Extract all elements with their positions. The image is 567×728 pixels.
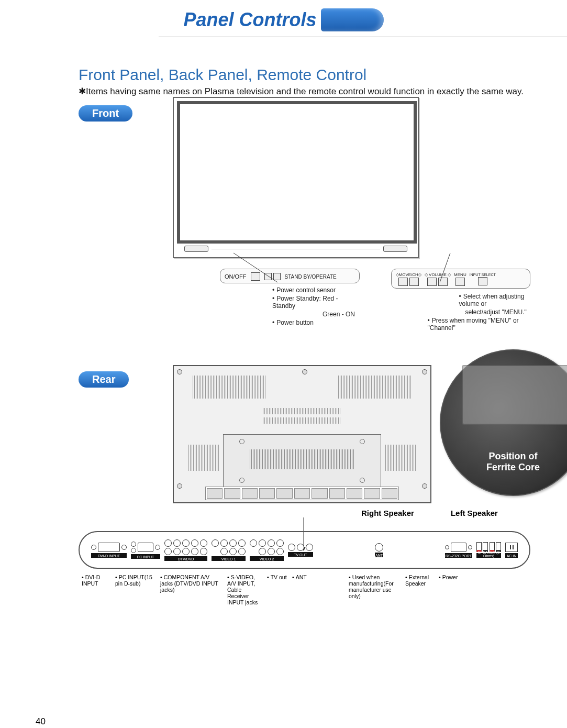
section-title: Front Panel, Back Panel, Remote Control [79, 66, 530, 84]
ribbon-underline [159, 37, 567, 37]
video2-port: VIDEO 2 [250, 539, 284, 561]
tv-front-diagram [173, 97, 419, 258]
ribbon-decor [321, 8, 384, 31]
input-select-btn [478, 277, 487, 285]
rs232-port: RS-232C PORT [445, 543, 472, 558]
on-off-label: ON/OFF [225, 273, 247, 280]
rear-pill: Rear [79, 371, 129, 388]
ant-port: ANT [375, 543, 383, 557]
sensor-icon [273, 273, 281, 280]
video1-port: VIDEO 1 [212, 539, 246, 561]
note: ✱Items having same names on Plasma telev… [79, 86, 530, 97]
page-title: Panel Controls [183, 9, 316, 31]
standby-label: STAND BY/OPERATE [285, 274, 337, 280]
callout-volume-1: Select when adjusting volume or [459, 293, 531, 307]
callout-menu: Press when moving "MENU" or "Channel" [428, 317, 531, 332]
cc-component: COMPONENT A/V jacks (DTV/DVD INPUT jacks… [160, 574, 223, 593]
left-speaker-label: Left Speaker [451, 509, 498, 517]
right-speaker-label: Right Speaker [361, 509, 414, 517]
cc-tvout: TV out [267, 574, 288, 580]
menu-label: MENU [454, 272, 466, 277]
page-number: 40 [36, 716, 46, 727]
cc-power: Power [439, 574, 462, 580]
ac-port: AC IN [505, 543, 518, 558]
input-select-label: INPUT SELECT [470, 273, 496, 277]
menu-btn [455, 278, 465, 286]
tvout-port: TV OUT [288, 544, 313, 557]
component-port: DTV/DVD [164, 539, 207, 561]
cc-pc: PC INPUT(15 pin D-sub) [115, 574, 156, 587]
front-right-detail: ◇MOVE/CH◇ ◇ VOLUME ◇ [391, 269, 531, 332]
dvi-port: DVI-D INPUT [91, 543, 127, 558]
speaker-port: SPEAKER (8 Ohms) [476, 542, 501, 558]
pc-port: PC INPUT [131, 542, 160, 559]
front-button-area [383, 246, 407, 252]
connector-panel: DVI-D INPUT PC INPUT DTV/DVD [79, 531, 530, 569]
volume-label: VOLUME [429, 272, 447, 277]
tv-screen [177, 101, 417, 244]
cc-ext-spk: External Speaker [405, 574, 435, 587]
standby-led-icon [264, 273, 272, 280]
front-pill: Front [79, 105, 132, 122]
front-left-module [184, 246, 208, 252]
cc-ant: ANT [292, 574, 329, 580]
vol-btn-up [438, 278, 448, 286]
callout-volume-2: select/adjust "MENU." [465, 308, 531, 316]
cc-dvi: DVI-D INPUT [82, 574, 111, 587]
callout-standby: Power Standby: Red - Standby [272, 295, 360, 310]
cc-rs232: Used when manufacturing(For manufacturer… [349, 574, 401, 599]
front-left-detail: ON/OFF STAND BY/OPERATE Power control se… [220, 269, 360, 332]
vol-btn-down [427, 278, 437, 286]
ferrite-core-inset: Position of Ferrite Core [440, 349, 567, 496]
power-button-icon [251, 272, 260, 281]
rear-connector-strip [205, 487, 399, 500]
move-btn-left [398, 278, 408, 286]
tv-rear-diagram [173, 365, 431, 503]
move-btn-right [409, 278, 419, 286]
cc-svideo: S-VIDEO, A/V INPUT, Cable Receiver INPUT… [227, 574, 263, 605]
callout-standby-2: Green - ON [323, 311, 360, 318]
title-ribbon: Panel Controls [0, 5, 567, 35]
rear-cover-plate [223, 434, 381, 488]
callout-sensor: Power control sensor [272, 286, 360, 294]
move-ch-label: MOVE/CH [399, 272, 418, 277]
callout-power-btn: Power button [272, 319, 360, 326]
